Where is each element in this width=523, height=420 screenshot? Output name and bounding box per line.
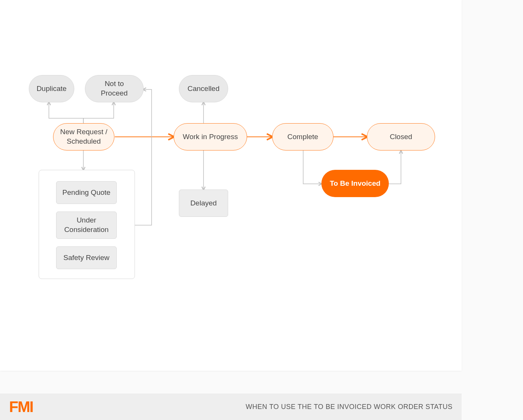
footer-bar: FMI WHEN TO USE THE TO BE INVOICED WORK … (0, 393, 462, 420)
node-safety-review: Safety Review (56, 246, 117, 269)
node-label: Closed (390, 132, 412, 142)
node-label: To Be Invoiced (330, 179, 381, 188)
node-label: Under Consideration (62, 216, 111, 234)
node-pending-quote: Pending Quote (56, 181, 117, 204)
node-label: Duplicate (36, 84, 66, 94)
node-label: Delayed (190, 199, 217, 208)
node-label: Safety Review (63, 253, 109, 263)
node-not-to-proceed: Not to Proceed (85, 75, 144, 102)
node-cancelled: Cancelled (179, 75, 228, 102)
node-label: Complete (287, 132, 318, 142)
logo: FMI (9, 398, 33, 415)
node-new-request: New Request / Scheduled (53, 123, 114, 150)
node-label: Work in Progress (183, 132, 238, 142)
node-label: Pending Quote (63, 188, 111, 197)
node-closed: Closed (367, 123, 435, 150)
node-to-be-invoiced: To Be Invoiced (321, 170, 389, 197)
node-complete: Complete (272, 123, 334, 150)
node-delayed: Delayed (179, 190, 228, 217)
diagram-canvas: Duplicate Not to Proceed Cancelled New R… (0, 0, 462, 371)
node-work-in-progress: Work in Progress (174, 123, 247, 150)
node-label: Cancelled (188, 84, 220, 94)
node-under-consideration: Under Consideration (56, 212, 117, 239)
node-label: Not to Proceed (91, 79, 138, 98)
footer-caption: WHEN TO USE THE TO BE INVOICED WORK ORDE… (246, 403, 453, 411)
node-duplicate: Duplicate (29, 75, 74, 102)
node-label: New Request / Scheduled (59, 127, 109, 146)
